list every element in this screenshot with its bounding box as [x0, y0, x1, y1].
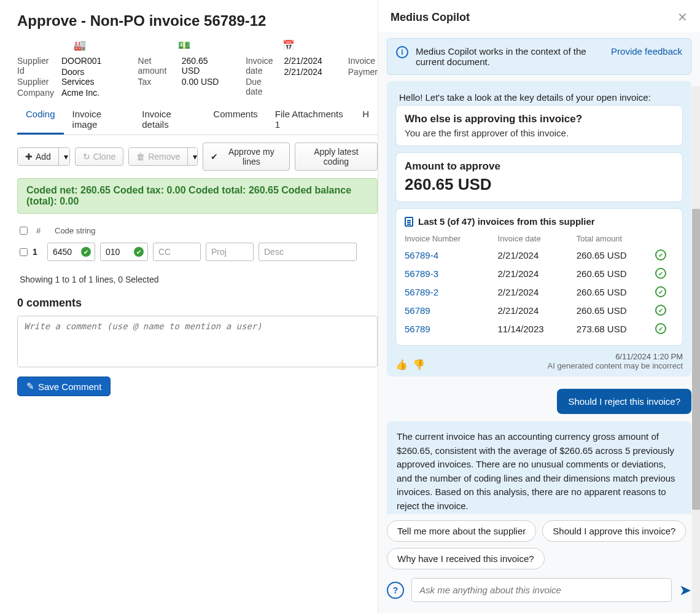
refresh-icon: ↻ [83, 152, 90, 162]
table-row: 1 6450✔ 010✔ CC Proj Desc [17, 239, 378, 265]
close-icon[interactable]: ✕ [677, 10, 688, 25]
supplier-id-label: Supplier Id [17, 56, 54, 76]
coding-table-header: # Code string [17, 222, 378, 239]
tax-value: 0.00 USD [182, 77, 220, 87]
ok-check-icon: ✔ [134, 247, 144, 257]
coded-balance-value: 0.00 [60, 196, 79, 206]
info-icon: i [396, 46, 408, 58]
calendar-icon: 📅 [282, 39, 295, 51]
save-comment-label: Save Comment [38, 381, 101, 392]
invoice-link[interactable]: 56789-2 [405, 287, 498, 297]
invoice-date-value: 2/21/2024 [284, 56, 322, 66]
dept-input[interactable]: 010✔ [100, 243, 148, 261]
approvers-card: Who else is approving this invoice? You … [395, 105, 683, 146]
proj-input[interactable]: Proj [206, 243, 254, 261]
add-label: Add [36, 152, 51, 162]
supplier-invoice-row: 567892/21/2024260.65 USD✔ [405, 301, 674, 319]
money-icon: 💵 [178, 39, 190, 51]
invoice-amount-cell: 260.65 USD [577, 287, 655, 297]
apply-coding-button[interactable]: Apply latest coding [295, 143, 378, 171]
amount-title: Amount to approve [405, 160, 674, 173]
amount-value: 260.65 USD [405, 175, 674, 194]
suggestion-chips: Tell me more about the supplier Should I… [378, 514, 700, 573]
tab-coding[interactable]: Coding [17, 104, 64, 135]
status-ok-icon: ✔ [655, 305, 666, 316]
info-banner: i Medius Copilot works in the context of… [387, 38, 691, 75]
remove-dropdown-caret[interactable]: ▾ [187, 148, 198, 165]
invoice-col4a: Invoice [348, 56, 378, 66]
row-num: 1 [33, 247, 42, 257]
approve-lines-button[interactable]: ✔Approve my lines [203, 143, 290, 171]
tax-label: Tax [138, 77, 174, 87]
select-all-checkbox[interactable] [20, 227, 28, 235]
comments-title: 0 comments [17, 297, 378, 310]
coded-net-value: 260.65 [80, 185, 111, 195]
comment-textarea[interactable] [17, 316, 378, 367]
supplier-value: Doors Services [61, 67, 106, 87]
coded-tax-value: 0.00 [167, 185, 186, 195]
coded-summary-bar: Coded net: 260.65 Coded tax: 0.00 Coded … [17, 178, 378, 214]
invoice-date-cell: 2/21/2024 [498, 287, 577, 297]
supplier-id-value: DOOR001 [61, 56, 106, 66]
factory-icon: 🏭 [74, 39, 86, 51]
col-total-amount: Total amount [577, 234, 655, 243]
supplier-invoice-row: 5678911/14/2023273.68 USD✔ [405, 319, 674, 338]
provide-feedback-link[interactable]: Provide feedback [611, 46, 682, 57]
save-comment-button[interactable]: ✎Save Comment [17, 377, 111, 396]
company-label: Company [17, 88, 54, 98]
invoice-link[interactable]: 56789 [405, 324, 498, 334]
row-checkbox[interactable] [20, 248, 28, 256]
invoice-date-label: Invoice date [246, 56, 276, 76]
copilot-title: Medius Copilot [391, 11, 470, 24]
coded-net-label: Coded net: [26, 185, 78, 195]
page-title: Approve - Non-PO invoice 56789-12 [17, 12, 378, 29]
col-num: # [36, 226, 46, 235]
invoice-col4b: Paymer [348, 67, 378, 77]
chat-scroll[interactable]: Hello! Let's take a look at the key deta… [378, 81, 700, 514]
remove-button[interactable]: 🗑Remove [129, 148, 187, 165]
net-amount-value: 260.65 USD [182, 56, 220, 76]
status-ok-icon: ✔ [655, 323, 666, 334]
desc-input[interactable]: Desc [259, 243, 357, 261]
scrollbar-thumb[interactable] [692, 209, 700, 510]
add-dropdown-caret[interactable]: ▾ [58, 148, 70, 165]
ai-response-block: The current invoice has an accounting cu… [387, 421, 691, 514]
dept-value: 010 [106, 247, 120, 257]
thumbs-up-icon[interactable]: 👍 [395, 359, 408, 370]
tab-file-attachments[interactable]: File Attachments 1 [266, 104, 354, 135]
col-invoice-number: Invoice Number [405, 234, 498, 243]
chip-approve[interactable]: Should I approve this invoice? [542, 520, 686, 542]
toolbar: ✚Add ▾ ↻Clone 🗑Remove ▾ ✔Approve my line… [17, 143, 378, 171]
tab-invoice-details[interactable]: Invoice details [133, 104, 204, 135]
add-button[interactable]: ✚Add [18, 148, 58, 165]
invoice-link[interactable]: 56789-3 [405, 268, 498, 279]
chip-supplier-info[interactable]: Tell me more about the supplier [387, 520, 536, 542]
invoice-date-cell: 2/21/2024 [498, 305, 577, 316]
invoice-link[interactable]: 56789 [405, 305, 498, 316]
supplier-invoices-card: Last 5 (of 47) invoices from this suppli… [395, 208, 683, 346]
amount-card: Amount to approve 260.65 USD [395, 152, 683, 202]
add-button-group: ✚Add ▾ [17, 147, 70, 166]
status-ok-icon: ✔ [655, 249, 666, 260]
clone-button[interactable]: ↻Clone [75, 147, 124, 166]
supplier-invoice-row: 56789-22/21/2024260.65 USD✔ [405, 283, 674, 301]
approve-label: Approve my lines [221, 147, 282, 166]
send-icon[interactable]: ➤ [679, 582, 691, 599]
invoice-link[interactable]: 56789-4 [405, 250, 498, 260]
tab-invoice-image[interactable]: Invoice image [64, 104, 134, 135]
thumbs-down-icon[interactable]: 👎 [413, 359, 425, 370]
chip-why-received[interactable]: Why have I received this invoice? [387, 548, 545, 569]
invoice-amount-cell: 260.65 USD [577, 250, 655, 260]
invoice-date-cell: 11/14/2023 [498, 324, 577, 334]
cc-input[interactable]: CC [153, 243, 201, 261]
help-icon[interactable]: ? [387, 582, 404, 599]
company-value: Acme Inc. [61, 88, 106, 98]
due-date-value: 2/21/2024 [284, 67, 322, 77]
gl-input[interactable]: 6450✔ [47, 243, 95, 261]
tab-comments[interactable]: Comments [204, 104, 266, 135]
copilot-input[interactable] [411, 578, 672, 602]
tab-more[interactable]: H [354, 104, 378, 135]
clone-label: Clone [93, 152, 116, 162]
invoice-amount-cell: 260.65 USD [577, 268, 655, 279]
edit-icon: ✎ [26, 381, 34, 392]
